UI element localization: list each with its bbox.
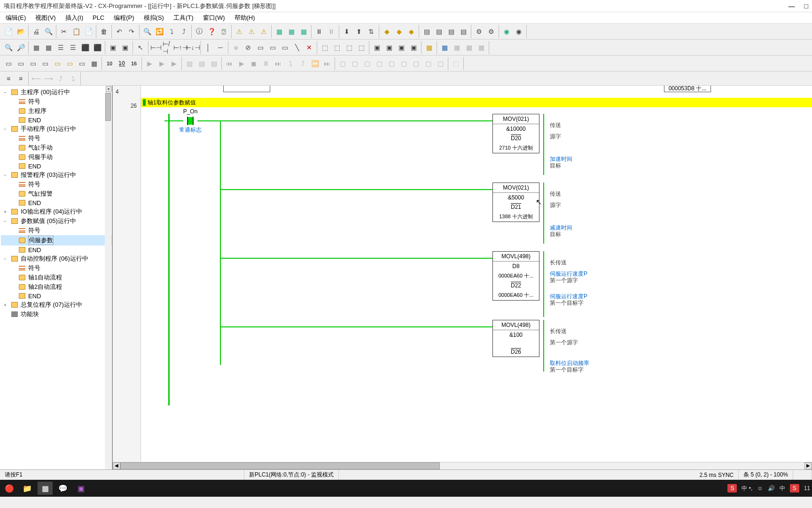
zoom-icon[interactable]: 🔍 [3, 42, 14, 53]
sec6-icon[interactable]: ▭ [64, 58, 75, 69]
tree-node[interactable]: END [1, 116, 112, 124]
menu-insert[interactable]: 插入(I) [62, 12, 87, 24]
sim-icon[interactable]: ⬚ [450, 58, 461, 69]
tree-node[interactable]: −报警程序 (03)运行中 [1, 170, 112, 180]
tree-node[interactable]: 符号 [1, 263, 112, 273]
bit9-icon[interactable]: ▢ [435, 58, 446, 69]
mem2-icon[interactable]: ▤ [433, 26, 445, 37]
paste-icon[interactable]: 📄 [83, 26, 94, 37]
sec4-icon[interactable]: ▭ [39, 58, 51, 69]
fmt-10-icon[interactable]: 10 [104, 58, 115, 69]
tool2-icon[interactable]: ⚙ [485, 26, 497, 37]
sec2-icon[interactable]: ▭ [15, 58, 26, 69]
sec3-icon[interactable]: ▭ [27, 58, 39, 69]
tree-node[interactable]: 轴1自动流程 [1, 273, 112, 282]
pause-icon[interactable]: ⏸ [260, 58, 272, 69]
nav2-icon[interactable]: ⟶ [43, 73, 54, 84]
bit1-icon[interactable]: ▢ [337, 58, 348, 69]
tree-node[interactable]: 符号 [1, 97, 112, 106]
align1-icon[interactable]: ≡ [3, 73, 14, 84]
tree-node[interactable]: 轴2自动流程 [1, 282, 112, 292]
trace2-icon[interactable]: ▤ [196, 58, 207, 69]
tray-face-icon[interactable]: ☺ [757, 485, 763, 492]
horizontal-scrollbar[interactable]: ◀ ▶ [113, 462, 812, 469]
tree-node[interactable]: 伺服手动 [1, 152, 112, 162]
taskbar[interactable]: 🔴 📁 ▦ 💬 ▣ S 中 •, ☺ 🔊 中 S 11 [0, 480, 812, 497]
find-next-icon[interactable]: ⤵ [166, 26, 177, 37]
menu-program[interactable]: 编程(P) [110, 12, 138, 24]
online2-icon[interactable]: ▦ [286, 26, 297, 37]
grid1-icon[interactable]: ▦ [31, 42, 42, 53]
menu-tools[interactable]: 工具(T) [170, 12, 197, 24]
tree-scrollbar[interactable] [105, 93, 111, 469]
hline-icon[interactable]: ─ [215, 42, 226, 53]
coil-icon[interactable]: ○ [230, 42, 242, 53]
tree-node[interactable]: 功能块 [1, 310, 112, 319]
rung2-icon[interactable]: ⬚ [331, 42, 343, 53]
tray-vol-icon[interactable]: 🔊 [768, 485, 775, 492]
tree-node[interactable]: −主程序 (00)运行中 [1, 87, 112, 97]
bit6-icon[interactable]: ▢ [398, 58, 409, 69]
tree-toggle-icon[interactable]: − [2, 173, 8, 178]
zoomout-icon[interactable]: 🔎 [15, 42, 26, 53]
ladder-editor[interactable]: 4 26 000053D8 十... 轴1取料位参数赋值 P_On 常通标 [113, 86, 812, 469]
trace1-icon[interactable]: ▤ [184, 58, 195, 69]
step-icon[interactable]: ⏭ [273, 58, 284, 69]
tree-node[interactable]: 符号 [1, 134, 112, 143]
instr3-icon[interactable]: ▭ [279, 42, 290, 53]
new-icon[interactable]: 📄 [3, 26, 14, 37]
bit8-icon[interactable]: ▢ [422, 58, 434, 69]
dbg2-icon[interactable]: ▶ [156, 58, 167, 69]
mem4-icon[interactable]: ▤ [458, 26, 469, 37]
tree-node[interactable]: 符号 [1, 180, 112, 189]
tree-node[interactable]: 符号 [1, 226, 112, 235]
tree-node[interactable]: 伺服参数 [1, 235, 112, 246]
tree-toggle-icon[interactable]: − [2, 127, 8, 132]
find-icon[interactable]: 🔍 [141, 26, 153, 37]
mem3-icon[interactable]: ▤ [445, 26, 457, 37]
instruction-mov-2[interactable]: MOV(021) &5000 D21 1388 十六进制 [492, 183, 539, 222]
tree-node[interactable]: −自动控制程序 (06)运行中 [1, 254, 112, 263]
warn3-icon[interactable]: ⚠ [258, 26, 269, 37]
menu-plc[interactable]: PLC [89, 13, 108, 23]
rung3-icon[interactable]: ⬚ [344, 42, 355, 53]
fmt-10s-icon[interactable]: 1̲0̲ [116, 58, 127, 69]
redo-icon[interactable]: ↷ [126, 26, 137, 37]
tree-node[interactable]: +IO输出程序 (04)运行中 [1, 207, 112, 216]
line-icon[interactable]: ╲ [291, 42, 303, 53]
menu-simulate[interactable]: 模拟(S) [140, 12, 168, 24]
dbg3-icon[interactable]: ▶ [168, 58, 180, 69]
preview-icon[interactable]: 🔍 [43, 26, 54, 37]
open-icon[interactable]: 📂 [15, 26, 26, 37]
wechat-icon[interactable]: 💬 [55, 482, 70, 495]
instr2-icon[interactable]: ▭ [267, 42, 278, 53]
mon3-icon[interactable]: ◆ [406, 26, 417, 37]
ed2-icon[interactable]: ▣ [383, 42, 395, 53]
win1-icon[interactable]: ▦ [423, 42, 435, 53]
info-icon[interactable]: ⓘ [194, 26, 205, 37]
align2-icon[interactable]: ≡ [15, 73, 26, 84]
online1-icon[interactable]: ▦ [273, 26, 285, 37]
ime-lang-icon[interactable]: 中 •, [742, 484, 752, 492]
tree-toggle-icon[interactable]: + [2, 302, 8, 308]
rung-header[interactable]: 轴1取料位参数赋值 [141, 98, 812, 107]
tree-node[interactable]: 主程序 [1, 106, 112, 116]
tool1-icon[interactable]: ⚙ [473, 26, 484, 37]
maximize-button[interactable]: □ [804, 2, 808, 10]
tree-node[interactable]: END [1, 246, 112, 254]
mem1-icon[interactable]: ▤ [421, 26, 432, 37]
fmt-16-icon[interactable]: 16 [128, 58, 140, 69]
rung4-icon[interactable]: ⬚ [356, 42, 367, 53]
fb1-icon[interactable]: ▣ [107, 42, 118, 53]
system-tray[interactable]: S 中 •, ☺ 🔊 中 S 11 [727, 484, 810, 492]
tree-node[interactable]: 气缸报警 [1, 189, 112, 198]
dbg1-icon[interactable]: ▶ [144, 58, 155, 69]
rung1-icon[interactable]: ⬚ [319, 42, 330, 53]
pause2-icon[interactable]: ⏸ [326, 26, 337, 37]
mon1-icon[interactable]: ◆ [381, 26, 392, 37]
tool3-icon[interactable]: ◉ [501, 26, 512, 37]
instr-icon[interactable]: ▭ [255, 42, 266, 53]
compare-icon[interactable]: ⇅ [366, 26, 377, 37]
contact-n-icon[interactable]: ⊢↓⊣ [187, 42, 198, 53]
list2-icon[interactable]: ☰ [67, 42, 78, 53]
